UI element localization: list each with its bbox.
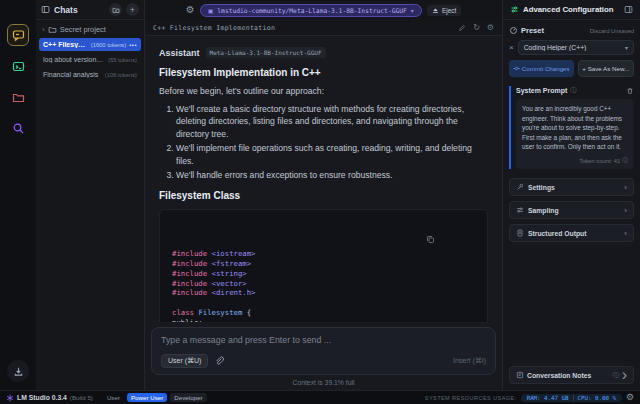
app-build: (Build 5) <box>70 394 93 401</box>
commit-changes-button[interactable]: Commit Changes <box>509 60 574 77</box>
folder-label: Secret project <box>60 25 106 34</box>
conversation-area: Assistant Meta-Llama-3.1-8B-Instruct-GGU… <box>145 36 502 322</box>
info-icon[interactable]: ⓘ <box>570 86 576 95</box>
eject-label: Eject <box>442 7 456 14</box>
preset-dropdown-value: Coding Helper (C++) <box>524 44 625 51</box>
discard-unsaved-button[interactable]: Discard Unsaved <box>590 28 634 34</box>
input-controls: User (⌘U) Insert (⌘I) <box>161 354 486 368</box>
note-icon <box>516 371 524 379</box>
tab-discover[interactable] <box>7 117 29 139</box>
preset-actions: Commit Changes + Save As New... <box>509 60 634 77</box>
eject-model-button[interactable]: Eject <box>427 5 461 16</box>
wrench-icon <box>516 183 524 191</box>
config-spacer <box>509 247 634 366</box>
regenerate-icon[interactable]: ↻ <box>473 24 480 32</box>
activity-bar <box>0 0 36 390</box>
folder-secret-project[interactable]: › Secret project <box>36 20 144 37</box>
trash-icon[interactable] <box>626 87 634 95</box>
assistant-model-badge: Meta-Llama-3.1-8B-Instruct-GGUF <box>206 47 326 58</box>
chevron-right-icon: › <box>624 183 627 192</box>
new-folder-button[interactable] <box>109 3 122 16</box>
tune-sliders-icon <box>510 5 519 14</box>
loaded-model-selector[interactable]: ▣ lmstudio-community/Meta-Llama-3.1-8B-I… <box>200 4 422 17</box>
eject-icon <box>432 7 439 14</box>
ram-usage: RAM: 4.47 GB <box>527 395 569 401</box>
mode-power-user[interactable]: Power User <box>127 393 167 402</box>
section-label: Sampling <box>528 207 620 214</box>
system-prompt-label: System Prompt <box>516 87 567 94</box>
code-block: #include <iostream>#include <fstream>#in… <box>159 209 488 322</box>
new-chat-button[interactable]: + <box>126 3 139 16</box>
chevron-down-icon: ▾ <box>411 7 414 14</box>
message-intro: Before we begin, let's outline our appro… <box>159 86 488 96</box>
folder-icon <box>12 91 25 104</box>
cpu-usage: CPU: 0.00 % <box>573 395 616 401</box>
save-as-new-button[interactable]: + Save As New... <box>578 60 634 77</box>
chevron-right-icon: › <box>42 25 45 34</box>
advanced-configuration-panel: Advanced Configuration Preset Discard Un… <box>502 0 640 390</box>
preset-dropdown[interactable]: Coding Helper (C++) ▾ <box>518 40 634 55</box>
message-input-area: Type a message and press Enter to send .… <box>145 322 502 390</box>
tab-chat[interactable] <box>7 24 29 46</box>
system-prompt-editor[interactable]: You are an incredibly good C++ engineer.… <box>516 99 634 169</box>
step-item: We'll implement file operations such as … <box>176 142 488 167</box>
assistant-message-header: Assistant Meta-Llama-3.1-8B-Instruct-GGU… <box>159 47 488 58</box>
config-title: Advanced Configuration <box>523 5 620 14</box>
model-cube-icon: ▣ <box>208 7 214 14</box>
section-structured-output[interactable]: Structured Output › <box>509 224 634 242</box>
preset-row: Preset Discard Unsaved <box>509 26 634 35</box>
chat-list-item-cpp-filesystem[interactable]: C++ Filesyste... (1600 tokens) ••• <box>39 38 141 51</box>
document-icon <box>516 229 524 237</box>
model-settings-gear-icon[interactable]: ⚙ <box>186 5 195 15</box>
status-bar: LM Studio 0.3.4 (Build 5) User Power Use… <box>0 390 640 404</box>
preset-select-row: × Coding Helper (C++) ▾ <box>509 40 634 55</box>
token-count-row: Token count: 41 ⓘ <box>522 156 628 165</box>
message-input[interactable]: Type a message and press Enter to send .… <box>151 327 496 375</box>
chevron-down-icon: ▾ <box>625 44 628 51</box>
section-sampling[interactable]: Sampling › <box>509 201 634 219</box>
edit-title-icon[interactable] <box>458 24 466 32</box>
chats-title: Chats <box>54 5 105 15</box>
main-row: Chats + › Secret project C++ Filesyste..… <box>0 0 640 390</box>
chat-title-actions: ↻ ⚙ <box>458 24 494 32</box>
collapse-panel-icon[interactable] <box>624 5 633 14</box>
mode-user[interactable]: User <box>103 393 124 402</box>
chat-bubble-icon <box>12 29 25 42</box>
sampling-sliders-icon <box>516 206 524 214</box>
chat-item-title: Financial analysis <box>43 71 102 78</box>
preset-label: Preset <box>521 26 587 35</box>
system-prompt-text: You are an incredibly good C++ engineer.… <box>522 104 628 152</box>
config-body: Preset Discard Unsaved × Coding Helper (… <box>503 20 640 390</box>
download-icon <box>13 366 24 377</box>
conversation-notes-section[interactable]: Conversation Notes ⓘ › <box>509 366 634 384</box>
chat-title: C++ Filesystem Implementation <box>153 24 458 32</box>
tab-developer[interactable] <box>7 55 29 77</box>
chat-item-menu-icon[interactable]: ••• <box>129 42 137 48</box>
attach-file-button[interactable] <box>214 356 224 366</box>
chevron-right-icon: › <box>624 206 627 215</box>
chevron-right-icon: › <box>622 366 627 384</box>
tab-my-models[interactable] <box>7 86 29 108</box>
section-settings[interactable]: Settings › <box>509 178 634 196</box>
step-item: We'll handle errors and exceptions to en… <box>176 169 488 181</box>
folder-small-icon <box>48 25 57 34</box>
insert-button[interactable]: Insert (⌘I) <box>453 357 486 365</box>
chat-list-item-log-version[interactable]: log about version of ... (55 tokens) <box>39 53 141 66</box>
role-user-button[interactable]: User (⌘U) <box>161 354 208 368</box>
downloads-button[interactable] <box>7 360 29 382</box>
copy-code-icon[interactable] <box>426 216 479 264</box>
resources-usage-pill[interactable]: RAM: 4.47 GB CPU: 0.00 % <box>521 394 622 402</box>
clear-preset-icon[interactable]: × <box>509 43 514 52</box>
commit-changes-label: Commit Changes <box>522 65 570 72</box>
chat-list-item-financial-analysis[interactable]: Financial analysis (106 tokens) <box>39 68 141 81</box>
token-info-icon[interactable]: ⓘ <box>622 156 628 165</box>
chats-header: Chats + <box>36 0 144 20</box>
chat-titlebar: C++ Filesystem Implementation ↻ ⚙ <box>145 20 502 36</box>
mode-developer[interactable]: Developer <box>170 393 206 402</box>
system-prompt-header: System Prompt ⓘ <box>516 86 634 95</box>
message-input-placeholder: Type a message and press Enter to send .… <box>161 335 486 345</box>
chat-settings-gear-icon[interactable]: ⚙ <box>487 24 494 32</box>
message-steps-list: We'll create a basic directory structure… <box>176 103 488 182</box>
statusbar-settings-gear-icon[interactable]: ⚙ <box>626 393 634 402</box>
info-icon[interactable]: ⓘ <box>613 371 619 380</box>
